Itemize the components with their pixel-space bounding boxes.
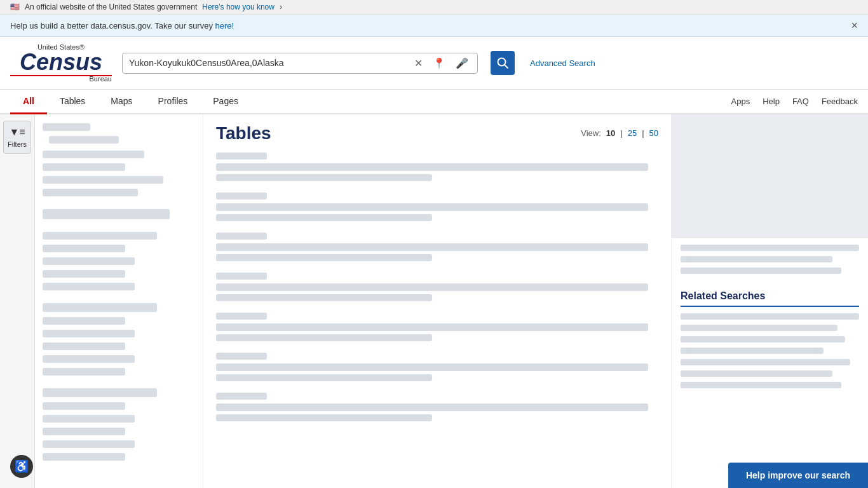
skeleton-block <box>681 336 845 342</box>
view-25[interactable]: 25 <box>628 128 637 138</box>
help-link[interactable]: Help <box>763 97 780 106</box>
tab-all[interactable]: All <box>10 90 47 114</box>
result-title-skeleton <box>216 323 648 331</box>
result-title-skeleton <box>216 403 648 411</box>
skeleton-block <box>43 151 144 158</box>
logo-bureau-text: Bureau <box>90 75 112 83</box>
skeleton-block <box>49 136 119 144</box>
tab-tables[interactable]: Tables <box>47 90 98 114</box>
help-improve-button[interactable]: Help improve our search <box>728 463 868 488</box>
related-searches-skeletons <box>672 313 868 388</box>
location-icon-button[interactable]: 📍 <box>430 57 448 69</box>
search-input[interactable] <box>129 58 407 68</box>
accessibility-button[interactable]: ♿ <box>10 455 33 478</box>
banner-text: Help us build a better data.census.gov. … <box>10 21 234 30</box>
filters-button[interactable]: ▼≡ Filters <box>3 121 31 154</box>
skeleton-block <box>43 176 163 184</box>
result-tag <box>216 273 267 280</box>
result-title-skeleton <box>216 163 648 171</box>
related-searches-title: Related Searches <box>672 284 868 306</box>
logo[interactable]: United States® Census Bureau <box>10 43 112 83</box>
result-item-6 <box>216 353 658 381</box>
tab-profiles[interactable]: Profiles <box>146 90 201 114</box>
skeleton-group-1 <box>43 123 195 196</box>
skeleton-block <box>43 189 138 196</box>
right-sidebar: Related Searches <box>671 114 868 488</box>
result-subtitle-skeleton <box>216 214 432 221</box>
skeleton-block <box>43 283 135 290</box>
banner-close-button[interactable]: × <box>851 20 858 31</box>
skeleton-block <box>681 313 859 320</box>
apps-link[interactable]: Apps <box>731 97 750 106</box>
title-row: Tables View: 10 | 25 | 50 <box>216 123 658 152</box>
result-item-2 <box>216 193 658 221</box>
search-submit-button[interactable] <box>491 51 515 75</box>
advanced-search-link[interactable]: Advanced Search <box>530 58 595 68</box>
result-subtitle-skeleton <box>216 294 432 301</box>
skeleton-block <box>681 256 832 262</box>
skeleton-block <box>43 428 125 435</box>
sidebar: ▼≡ Filters <box>0 114 35 488</box>
tab-maps[interactable]: Maps <box>98 90 145 114</box>
result-subtitle-skeleton <box>216 374 432 381</box>
main-layout: ▼≡ Filters <box>0 114 868 488</box>
nav-tabs: All Tables Maps Profiles Pages Apps Help… <box>0 90 868 114</box>
feedback-link[interactable]: Feedback <box>822 97 858 106</box>
result-item-3 <box>216 233 658 261</box>
ad-block <box>672 114 868 238</box>
skeleton-block <box>43 317 125 325</box>
view-50[interactable]: 50 <box>649 128 658 138</box>
skeleton-block <box>43 453 125 461</box>
view-controls: View: 10 | 25 | 50 <box>581 128 658 138</box>
tab-pages[interactable]: Pages <box>200 90 251 114</box>
result-subtitle-skeleton <box>216 174 432 181</box>
result-item-7 <box>216 393 658 421</box>
skeleton-block <box>43 342 125 350</box>
survey-link[interactable]: here! <box>215 21 234 30</box>
skeleton-group-3 <box>43 232 195 290</box>
result-title-skeleton <box>216 283 648 291</box>
result-tag <box>216 152 267 159</box>
skeleton-block <box>43 303 157 312</box>
skeleton-block <box>681 348 824 354</box>
skeleton-block <box>43 270 125 278</box>
view-label: View: <box>581 128 601 138</box>
how-you-know-link[interactable]: Here's how you know <box>202 3 275 11</box>
microphone-icon-button[interactable]: 🎤 <box>453 57 471 69</box>
skeleton-block <box>43 355 135 363</box>
skeleton-block <box>43 232 157 240</box>
content-area: Tables View: 10 | 25 | 50 <box>203 114 671 488</box>
skeleton-block <box>43 415 135 423</box>
view-10[interactable]: 10 <box>606 128 615 138</box>
related-divider <box>681 306 859 307</box>
skeleton-block <box>43 330 135 337</box>
result-item-1 <box>216 152 658 181</box>
result-tag <box>216 313 267 320</box>
result-tag <box>216 353 267 360</box>
skeleton-block <box>681 382 841 388</box>
clear-search-button[interactable]: ✕ <box>412 57 425 69</box>
result-tag <box>216 193 267 200</box>
chevron-icon: › <box>280 3 282 11</box>
skeleton-block <box>681 359 850 365</box>
skeleton-block <box>43 245 125 252</box>
skeleton-block <box>43 440 135 448</box>
flag-icon: 🇺🇸 <box>10 3 20 11</box>
skeleton-block <box>681 245 859 251</box>
result-tag <box>216 393 267 400</box>
skeleton-group-5 <box>43 388 195 461</box>
faq-link[interactable]: FAQ <box>792 97 809 106</box>
skeleton-block <box>681 370 832 377</box>
svg-line-1 <box>505 65 508 68</box>
result-tag <box>216 233 267 240</box>
nav-right-links: Apps Help FAQ Feedback <box>731 97 858 106</box>
right-skeletons-top <box>672 245 868 284</box>
result-subtitle-skeleton <box>216 334 432 341</box>
skeleton-block <box>681 325 837 331</box>
official-text: An official website of the United States… <box>25 3 197 11</box>
search-bar: ✕ 📍 🎤 <box>122 53 478 74</box>
logo-census-text: Census <box>20 51 102 74</box>
page-title: Tables <box>216 123 271 144</box>
skeleton-block <box>43 388 157 397</box>
view-separator-1: | <box>620 128 622 138</box>
